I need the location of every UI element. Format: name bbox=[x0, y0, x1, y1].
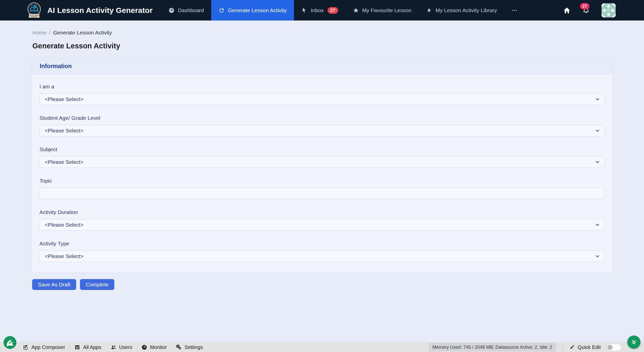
select-value: <Please Select> bbox=[45, 96, 83, 102]
field-label: I am a bbox=[39, 84, 605, 90]
form-group-activity-duration: Activity Duration <Please Select> bbox=[39, 209, 605, 231]
notification-count-badge: 27 bbox=[580, 3, 589, 9]
bolt-icon bbox=[426, 7, 432, 13]
quick-edit-toggle[interactable] bbox=[607, 344, 621, 351]
nav-item-label: Generate Lesson Activity bbox=[228, 7, 287, 13]
select-value: <Please Select> bbox=[45, 222, 83, 228]
footer-item-label: All Apps bbox=[83, 344, 101, 350]
home-icon bbox=[563, 7, 571, 14]
avatar-pattern bbox=[602, 3, 616, 17]
field-label: Activity Duration bbox=[39, 209, 605, 215]
footer-item-label: App Composer bbox=[31, 344, 65, 350]
select-value: <Please Select> bbox=[45, 253, 83, 259]
select-value: <Please Select> bbox=[45, 128, 83, 134]
student-age-grade-level-select[interactable]: <Please Select> bbox=[39, 125, 605, 136]
page-title: Generate Lesson Activity bbox=[32, 42, 644, 50]
svg-text:AI: AI bbox=[33, 4, 36, 8]
activity-type-select[interactable]: <Please Select> bbox=[39, 250, 605, 262]
footer-item-users[interactable]: Users bbox=[111, 344, 132, 350]
navbar-right: 27 bbox=[563, 3, 644, 17]
form-group-subject: Subject <Please Select> bbox=[39, 146, 605, 168]
quick-edit-control: Quick Edit bbox=[569, 344, 621, 351]
form-group-topic: Topic bbox=[39, 178, 605, 199]
form-actions: Save As Draft Complete bbox=[32, 279, 644, 290]
topic-input[interactable] bbox=[39, 188, 605, 199]
footer-item-label: Monitor bbox=[150, 344, 167, 350]
footer-item-app-composer[interactable]: App Composer bbox=[23, 344, 65, 350]
nav-item-my-lesson-activity-library[interactable]: My Lesson Activity Library bbox=[419, 0, 504, 21]
complete-button[interactable]: Complete bbox=[80, 279, 114, 290]
footer-divider bbox=[70, 344, 70, 350]
notifications-button[interactable]: 27 bbox=[582, 7, 590, 14]
nav-item-generate-lesson-activity[interactable]: Generate Lesson Activity bbox=[211, 0, 294, 21]
breadcrumb-home-link[interactable]: Home bbox=[32, 30, 47, 36]
collapse-footer-button[interactable] bbox=[627, 336, 640, 349]
field-label: Activity Type bbox=[39, 241, 605, 247]
form-group-i-am-a: I am a <Please Select> bbox=[39, 84, 605, 105]
svg-text:⁂: ⁂ bbox=[31, 4, 33, 7]
form-group-activity-type: Activity Type <Please Select> bbox=[39, 241, 605, 262]
footer-item-settings[interactable]: Settings bbox=[176, 344, 203, 350]
nav-item-label: Dashboard bbox=[178, 7, 204, 13]
cursor-icon bbox=[301, 7, 307, 13]
nav-item-more[interactable] bbox=[504, 0, 525, 21]
monitor-gauge-icon bbox=[141, 344, 147, 350]
nav-item-label: My Lesson Activity Library bbox=[436, 7, 497, 13]
footer-item-monitor[interactable]: Monitor bbox=[141, 344, 167, 350]
toggle-knob bbox=[607, 345, 613, 350]
footer-divider bbox=[563, 344, 563, 350]
users-icon bbox=[111, 344, 116, 350]
breadcrumb-separator: / bbox=[49, 30, 51, 36]
double-chevron-down-icon bbox=[630, 339, 637, 346]
memory-status: Memory Used: 745 / 2048 MB; Datasource A… bbox=[429, 343, 556, 351]
nav-item-label: Inbox bbox=[311, 7, 324, 13]
field-label: Subject bbox=[39, 146, 605, 152]
quick-edit-label: Quick Edit bbox=[578, 344, 601, 350]
dashboard-gauge-icon bbox=[168, 7, 175, 13]
panel-body: I am a <Please Select> Student Age/ Grad… bbox=[32, 74, 612, 272]
nav-item-my-favourite-lesson[interactable]: My Favourite Lesson bbox=[346, 0, 419, 21]
save-as-draft-button[interactable]: Save As Draft bbox=[32, 279, 76, 290]
pencil-square-icon bbox=[23, 344, 29, 350]
app-title: AI Lesson Activity Generator bbox=[47, 6, 153, 15]
activity-duration-select[interactable]: <Please Select> bbox=[39, 219, 605, 231]
subject-select[interactable]: <Please Select> bbox=[39, 156, 605, 168]
breadcrumb-current: Generate Lesson Activity bbox=[53, 30, 112, 36]
nav-item-label: My Favourite Lesson bbox=[362, 7, 412, 13]
footer-right: Memory Used: 745 / 2048 MB; Datasource A… bbox=[429, 343, 644, 351]
form-group-student-age: Student Age/ Grade Level <Please Select> bbox=[39, 115, 605, 136]
refresh-icon bbox=[219, 7, 225, 13]
nav-item-dashboard[interactable]: Dashboard bbox=[161, 0, 211, 21]
footer-item-label: Users bbox=[119, 344, 132, 350]
gears-icon bbox=[176, 344, 182, 350]
field-label: Student Age/ Grade Level bbox=[39, 115, 605, 121]
breadcrumb: Home / Generate Lesson Activity bbox=[32, 30, 644, 36]
panel-header: Information bbox=[32, 58, 612, 74]
brush-icon bbox=[569, 344, 575, 350]
home-button[interactable] bbox=[563, 7, 571, 14]
app-logo: AI ⁂ Lesson Activity Generator bbox=[27, 2, 42, 19]
ellipsis-icon bbox=[511, 7, 518, 13]
footer-item-all-apps[interactable]: All Apps bbox=[74, 344, 101, 350]
nav-item-inbox[interactable]: Inbox 27 bbox=[294, 0, 345, 21]
footer-bar: App Composer All Apps Users bbox=[0, 342, 644, 352]
star-icon bbox=[353, 7, 359, 13]
i-am-a-select[interactable]: <Please Select> bbox=[39, 93, 605, 105]
footer-item-label: Settings bbox=[185, 344, 203, 350]
select-value: <Please Select> bbox=[45, 159, 83, 165]
svg-text:Generator: Generator bbox=[31, 16, 38, 17]
platform-logo[interactable] bbox=[4, 336, 16, 349]
information-panel: Information I am a <Please Select> Stude… bbox=[32, 58, 612, 273]
top-navbar: AI ⁂ Lesson Activity Generator AI Lesson… bbox=[0, 0, 644, 21]
svg-text:Lesson Activity: Lesson Activity bbox=[29, 14, 39, 16]
field-label: Topic bbox=[39, 178, 605, 184]
inbox-count-badge: 27 bbox=[328, 7, 338, 14]
user-avatar[interactable] bbox=[602, 3, 616, 17]
main-nav: Dashboard Generate Lesson Activity Inbox… bbox=[161, 0, 525, 21]
apps-grid-icon bbox=[74, 344, 80, 350]
